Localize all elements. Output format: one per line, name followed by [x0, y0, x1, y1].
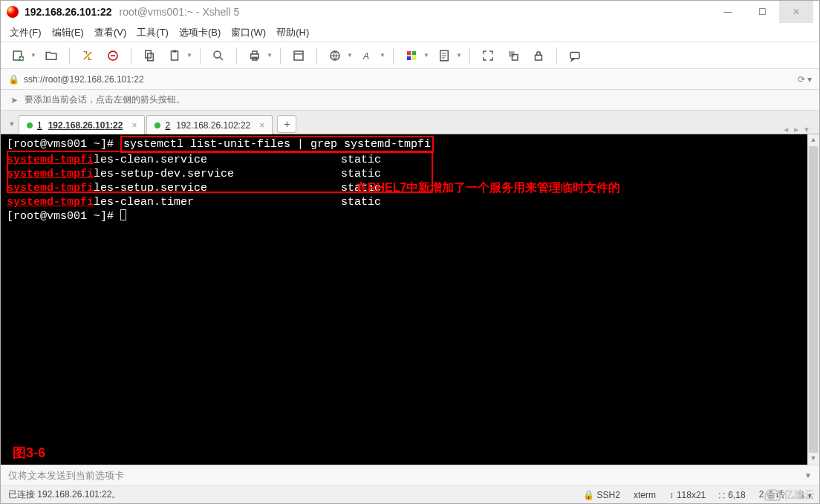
separator: [69, 48, 70, 64]
tab-number: 2: [165, 120, 170, 131]
reconnect-icon[interactable]: [77, 45, 98, 66]
title-main: 192.168.26.101:22: [25, 6, 112, 18]
scroll-down-icon[interactable]: ▼: [807, 453, 819, 465]
color-icon[interactable]: [401, 45, 422, 66]
sessions-menu-icon[interactable]: ▼: [5, 114, 19, 134]
reload-icon[interactable]: ⟳ ▾: [798, 74, 812, 85]
status-term: xterm: [634, 490, 656, 500]
properties-icon[interactable]: [288, 45, 309, 66]
separator: [316, 48, 317, 64]
toolbar: ▼ ▼ ▼ ▼ A ▼ ▼ ▼: [1, 42, 819, 69]
menu-tools[interactable]: 工具(T): [137, 26, 169, 39]
dropdown-icon[interactable]: ▼: [186, 52, 192, 59]
hint-bar: ➤ 要添加当前会话，点击左侧的箭头按钮。: [1, 90, 819, 111]
scroll-up-icon[interactable]: ▲: [807, 134, 819, 146]
status-dot-icon: [27, 122, 33, 128]
app-window: 192.168.26.101:22 root@vms001:~ - Xshell…: [0, 0, 820, 504]
dropdown-icon[interactable]: ▼: [30, 52, 36, 59]
lock-icon[interactable]: [528, 45, 549, 66]
dropdown-icon[interactable]: ▼: [347, 52, 353, 59]
svg-rect-21: [536, 55, 542, 60]
separator: [236, 48, 237, 64]
status-bar: 已连接 192.168.26.101:22。 🔒SSH2 xterm ↕ 118…: [1, 485, 819, 503]
menu-window[interactable]: 窗口(W): [231, 26, 266, 39]
globe-icon[interactable]: [325, 45, 345, 66]
tab-prev-icon[interactable]: ◄: [782, 125, 790, 134]
terminal[interactable]: [root@vms001 ~]# systemctl list-unit-fil…: [1, 134, 819, 465]
tab-list-icon[interactable]: ▼: [803, 125, 810, 134]
titlebar: 192.168.26.101:22 root@vms001:~ - Xshell…: [1, 1, 819, 23]
hint-text: 要添加当前会话，点击左侧的箭头按钮。: [25, 94, 185, 106]
dropdown-icon[interactable]: ▼: [267, 52, 273, 59]
menu-file[interactable]: 文件(F): [10, 26, 42, 39]
tab-close-icon[interactable]: ×: [131, 120, 137, 131]
fullscreen-icon[interactable]: [478, 45, 498, 66]
svg-rect-17: [412, 56, 416, 59]
separator: [200, 48, 201, 64]
title-sub: root@vms001:~ - Xshell 5: [120, 6, 240, 18]
menu-tabs[interactable]: 选项卡(B): [179, 26, 221, 39]
lock-icon: 🔒: [583, 490, 594, 500]
dropdown-icon[interactable]: ▼: [380, 52, 385, 59]
copy-icon[interactable]: [139, 45, 160, 66]
menubar: 文件(F) 编辑(E) 查看(V) 工具(T) 选项卡(B) 窗口(W) 帮助(…: [1, 23, 819, 42]
tab-2[interactable]: 2 192.168.26.102:22 ×: [146, 115, 273, 134]
scroll-thumb[interactable]: [809, 146, 818, 453]
tab-next-icon[interactable]: ►: [793, 125, 800, 134]
transparency-icon[interactable]: [503, 45, 524, 66]
tab-bar: ▼ 1 192.168.26.101:22 × 2 192.168.26.102…: [1, 111, 819, 134]
open-session-icon[interactable]: [41, 45, 62, 66]
status-dot-icon: [154, 122, 160, 128]
send-bar-text: 仅将文本发送到当前选项卡: [8, 469, 124, 482]
tab-close-icon[interactable]: ×: [259, 120, 264, 131]
separator: [131, 48, 131, 64]
minimize-button[interactable]: —: [711, 1, 745, 23]
dropdown-icon[interactable]: ▼: [423, 52, 429, 59]
close-button[interactable]: ✕: [779, 1, 813, 23]
app-icon: [7, 6, 19, 18]
tab-label: 192.168.26.102:22: [176, 120, 250, 131]
svg-rect-9: [253, 51, 257, 54]
send-bar-dropdown-icon[interactable]: ▼: [804, 471, 812, 480]
address-text[interactable]: ssh://root@192.168.26.101:22: [24, 74, 144, 85]
font-icon[interactable]: A: [357, 45, 378, 66]
paste-icon[interactable]: [164, 45, 185, 66]
svg-rect-16: [407, 56, 411, 59]
svg-rect-22: [570, 52, 579, 58]
address-bar: 🔒 ssh://root@192.168.26.101:22 ⟳ ▾: [1, 69, 819, 90]
status-size: 118x21: [677, 490, 706, 500]
separator: [556, 48, 557, 64]
separator: [280, 48, 281, 64]
separator: [469, 48, 470, 64]
menu-help[interactable]: 帮助(H): [276, 26, 309, 39]
annotation-text: 在RHEL7中新增加了一个服务用来管理临时文件的: [356, 180, 620, 194]
separator: [393, 48, 394, 64]
tab-1[interactable]: 1 192.168.26.101:22 ×: [19, 115, 145, 134]
tab-add-button[interactable]: +: [277, 115, 296, 133]
disconnect-icon[interactable]: [102, 45, 123, 66]
svg-text:A: A: [362, 50, 369, 61]
svg-rect-11: [294, 51, 303, 60]
menu-view[interactable]: 查看(V): [94, 26, 126, 39]
svg-rect-14: [407, 51, 411, 55]
status-connection: 已连接 192.168.26.101:22。: [8, 488, 120, 501]
dropdown-icon[interactable]: ▼: [456, 52, 462, 59]
tab-label: 192.168.26.101:22: [48, 120, 123, 131]
script-icon[interactable]: [434, 45, 455, 66]
print-icon[interactable]: [244, 45, 265, 66]
new-session-icon[interactable]: [8, 45, 29, 66]
find-icon[interactable]: [208, 45, 229, 66]
menu-edit[interactable]: 编辑(E): [52, 26, 84, 39]
status-sessions: 2 会话: [759, 488, 784, 501]
maximize-button[interactable]: ☐: [745, 1, 779, 23]
add-session-arrow-icon[interactable]: ➤: [8, 94, 20, 106]
lock-icon: 🔒: [8, 74, 19, 85]
svg-point-7: [214, 51, 221, 58]
tab-nav: ◄ ► ▼: [782, 125, 815, 134]
status-proto: SSH2: [597, 490, 620, 500]
terminal-scrollbar[interactable]: ▲ ▼: [807, 134, 819, 465]
figure-label: 图3-6: [13, 446, 45, 460]
svg-rect-15: [412, 51, 416, 55]
help-icon[interactable]: [564, 45, 585, 66]
send-bar[interactable]: 仅将文本发送到当前选项卡 ▼: [1, 465, 819, 485]
